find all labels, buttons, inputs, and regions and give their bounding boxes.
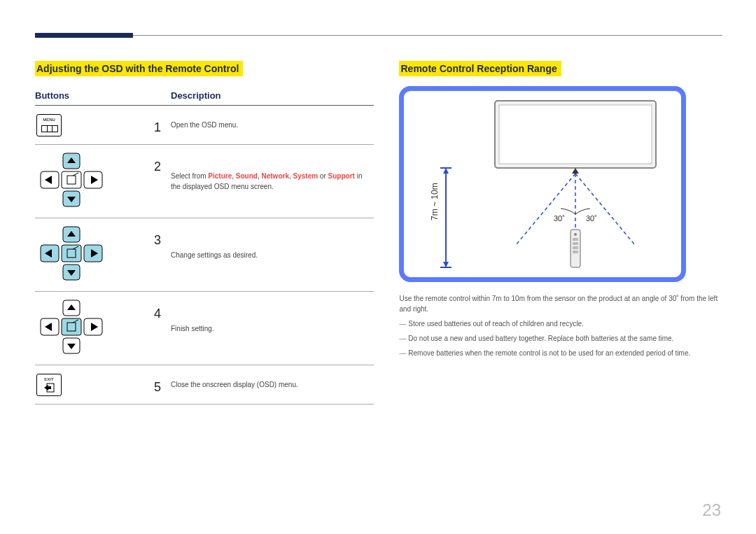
angle-right-label: 30˚	[586, 214, 597, 223]
exit-arrow-icon	[44, 383, 55, 393]
svg-marker-34	[44, 385, 51, 391]
button-cell-dpad	[35, 218, 154, 292]
table-row: 2 Select from Picture, Sound, Network, S…	[35, 145, 374, 218]
step-number: 5	[154, 365, 171, 405]
dpad-updown-icon	[36, 152, 106, 208]
highlight-sound: Sound	[236, 172, 258, 180]
step-description: Change settings as desired.	[171, 218, 374, 292]
dpad-all-icon	[36, 225, 106, 281]
step-description: Open the OSD menu.	[171, 106, 374, 145]
button-cell-menu: MENU	[35, 106, 154, 145]
right-column: Remote Control Reception Range 30˚	[399, 61, 721, 405]
section-heading-range: Remote Control Reception Range	[399, 61, 561, 76]
step-number: 3	[154, 218, 171, 292]
menu-bars-icon	[41, 125, 58, 132]
table-row: 4 Finish setting.	[35, 292, 374, 365]
dpad-center-icon	[36, 299, 106, 355]
desc-text: Select from	[171, 172, 208, 180]
th-description: Description	[171, 86, 374, 106]
header-rule	[35, 35, 722, 36]
step-description: Close the onscreen display (OSD) menu.	[171, 365, 374, 405]
svg-rect-30	[62, 318, 81, 335]
step-number: 2	[154, 145, 171, 218]
step-number: 1	[154, 106, 171, 145]
desc-text: or	[318, 172, 328, 180]
svg-marker-51	[443, 262, 449, 267]
menu-button-label: MENU	[43, 118, 55, 122]
section-heading-osd: Adjusting the OSD with the Remote Contro…	[35, 61, 243, 76]
svg-rect-8	[62, 171, 81, 188]
button-cell-dpad	[35, 292, 154, 365]
reception-range-diagram: 30˚ 30˚ 7m ~ 10m	[399, 86, 686, 282]
battery-note-3: Remove batteries when the remote control…	[399, 348, 721, 358]
highlight-picture: Picture	[208, 172, 232, 180]
svg-rect-46	[573, 251, 578, 253]
step-number: 4	[154, 292, 171, 365]
highlight-system: System	[293, 172, 318, 180]
svg-rect-44	[573, 242, 578, 245]
angle-left-label: 30˚	[554, 214, 565, 223]
highlight-support: Support	[328, 172, 355, 180]
exit-button-icon: EXIT	[36, 374, 62, 396]
table-row: MENU 1 Open the OSD menu.	[35, 106, 374, 145]
usage-note: Use the remote control within 7m to 10m …	[399, 293, 721, 314]
distance-label: 7m ~ 10m	[430, 183, 440, 220]
svg-marker-37	[572, 168, 579, 174]
svg-rect-45	[573, 246, 578, 249]
menu-button-icon: MENU	[36, 114, 62, 136]
svg-rect-43	[573, 238, 578, 241]
left-column: Adjusting the OSD with the Remote Contro…	[35, 61, 374, 405]
exit-button-label: EXIT	[44, 377, 53, 381]
range-diagram-svg: 30˚ 30˚ 7m ~ 10m	[404, 91, 681, 277]
osd-table: Buttons Description MENU	[35, 86, 374, 405]
page-number: 23	[702, 500, 721, 520]
table-row: 3 Change settings as desired.	[35, 218, 374, 292]
highlight-network: Network	[262, 172, 289, 180]
battery-note-2: Do not use a new and used battery togeth…	[399, 333, 721, 344]
content-columns: Adjusting the OSD with the Remote Contro…	[35, 61, 721, 405]
svg-rect-36	[499, 105, 652, 164]
button-cell-exit: EXIT	[35, 365, 154, 405]
svg-marker-50	[443, 168, 449, 174]
step-description: Select from Picture, Sound, Network, Sys…	[171, 145, 374, 218]
battery-note-1: Store used batteries out of reach of chi…	[399, 318, 721, 329]
button-cell-dpad	[35, 145, 154, 218]
th-spacer	[154, 86, 171, 106]
manual-page: Adjusting the OSD with the Remote Contro…	[0, 0, 756, 534]
table-row: EXIT 5 Close the onscreen display (OSD) …	[35, 365, 374, 405]
step-description: Finish setting.	[171, 292, 374, 365]
svg-point-42	[574, 233, 577, 236]
svg-rect-19	[62, 245, 81, 262]
th-buttons: Buttons	[35, 86, 154, 106]
